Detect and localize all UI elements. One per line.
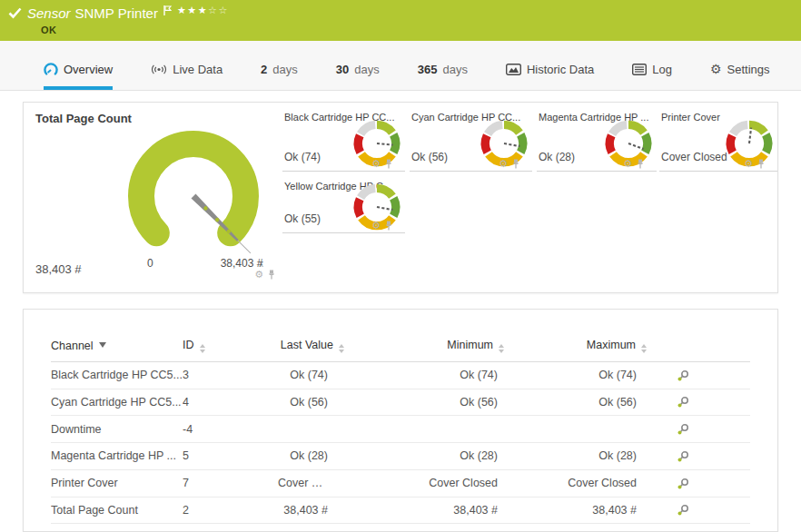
channel-last-value: 38,403 # [278,497,344,524]
priority-stars[interactable]: ★★★☆☆ [177,5,229,16]
channel-minimum: Ok (56) [344,389,504,416]
column-header-id[interactable]: ID [183,333,278,362]
settings-gear-icon: ⚙ [710,63,722,75]
live-data-icon [151,64,167,75]
channel-last-value: Cover Closed [278,469,344,497]
gauge-tile-magenta-cartridge[interactable]: Magenta Cartridge HP ... Ok (28) ⚙ [537,108,657,172]
pin-icon[interactable] [757,159,765,169]
gauge-icon [44,63,58,76]
sensor-kind-label: Sensor [27,5,71,21]
gauge-settings-gear-icon[interactable]: ⚙ [254,270,263,280]
column-header-minimum[interactable]: Minimum [344,333,504,362]
tab-number: 30 [336,63,349,76]
pin-icon[interactable] [637,159,644,169]
channel-maximum: Ok (74) [504,362,647,389]
channel-minimum: Ok (74) [344,362,504,389]
pin-icon[interactable] [512,159,519,169]
edit-channel-icon[interactable] [677,423,689,436]
edit-channel-icon[interactable] [677,396,689,409]
pin-icon[interactable] [385,159,392,169]
table-row[interactable]: Cyan Cartridge HP CC5... 4 Ok (56) Ok (5… [51,389,750,416]
gauge-current-value: 38,403 # [35,262,82,276]
gauge-tile-yellow-cartridge[interactable]: Yellow Cartridge HP C... Ok (55) ⚙ [282,177,405,233]
gauge-value: Cover Closed [661,151,727,163]
gauge-needle [628,143,644,149]
channel-name[interactable]: Magenta Cartridge HP ... [51,443,183,470]
gauge-scale-min: 0 [147,257,153,270]
tab-historic-data[interactable]: Historic Data [506,41,594,90]
channel-minimum: 38,403 # [344,497,504,524]
table-row[interactable]: Total Page Count 2 38,403 # 38,403 # 38,… [51,497,750,524]
channel-minimum: Cover Closed [344,469,504,497]
tab-bar: Overview Live Data 2 days 30 days 365 da… [0,41,801,91]
stars-filled: ★★★ [177,5,208,15]
sort-icon [200,344,205,353]
gauge-needle [377,143,393,145]
channel-last-value [278,416,344,443]
gauges-panel: Total Page Count x 0 38,403 # 38,403 # ⚙… [23,102,778,293]
pin-icon[interactable] [268,270,275,280]
channel-minimum: Ok (28) [344,443,504,470]
gauge-tile-cyan-cartridge[interactable]: Cyan Cartridge HP CC... Ok (56) ⚙ [410,108,532,172]
gauge-tile-black-cartridge[interactable]: Black Cartridge HP CC... Ok (74) ⚙ [282,108,405,172]
column-header-maximum[interactable]: Maximum [504,333,647,362]
gauge-value: Ok (55) [284,212,321,225]
table-row[interactable]: Printer Cover 7 Cover Closed Cover Close… [51,469,750,497]
total-page-count-tile[interactable]: Total Page Count x 0 38,403 # 38,403 # ⚙ [24,103,282,292]
channel-id: 6 [183,524,278,532]
ok-check-icon [8,7,22,19]
gauge-tile-printer-cover[interactable]: Printer Cover Cover Closed ⚙ [659,108,777,172]
column-header-channel[interactable]: Channel [51,333,183,362]
historic-data-icon [506,64,521,75]
edit-channel-icon[interactable] [677,478,689,490]
channel-maximum: Ok (55) [504,524,647,532]
column-label: ID [183,339,194,351]
channel-name[interactable]: Downtime [51,416,183,443]
channels-panel: Channel ID Last Value Minimum Maximum Bl… [23,309,778,532]
channel-name[interactable]: Yellow Cartridge HP CC... [51,524,183,532]
channel-name[interactable]: Cyan Cartridge HP CC5... [51,389,183,416]
gauge-settings-gear-icon[interactable]: ⚙ [623,159,632,169]
tab-label: Live Data [173,63,222,76]
gauge-settings-gear-icon[interactable]: ⚙ [744,159,753,169]
pin-icon[interactable] [385,221,392,231]
tab-30-days[interactable]: 30 days [336,41,380,90]
tab-live-data[interactable]: Live Data [151,41,222,90]
channel-maximum: Ok (28) [504,443,647,470]
table-row[interactable]: Magenta Cartridge HP ... 5 Ok (28) Ok (2… [51,443,750,470]
channel-name[interactable]: Black Cartridge HP CC5... [51,362,183,389]
gauge-settings-gear-icon[interactable]: ⚙ [499,159,508,169]
tab-label: Log [652,63,672,76]
tab-365-days[interactable]: 365 days [418,41,468,90]
tab-log[interactable]: Log [632,41,672,90]
sensor-title: SNMP Printer [75,5,158,21]
tab-label: days [272,63,297,76]
column-label: Maximum [587,339,636,351]
edit-channel-icon[interactable] [677,450,689,463]
stars-empty: ☆☆ [208,5,229,15]
channel-name[interactable]: Printer Cover [51,469,183,497]
flag-icon[interactable] [163,5,172,15]
edit-channel-icon[interactable] [677,504,689,517]
gauge-scale-max: 38,403 # [210,257,273,270]
column-header-last-value[interactable]: Last Value [278,333,344,362]
tab-label: Settings [727,63,770,76]
channel-id: 5 [183,443,278,470]
channel-last-value: Ok (28) [278,443,344,470]
tab-label: days [354,63,379,76]
column-label: Channel [51,340,94,352]
table-row[interactable]: Yellow Cartridge HP CC... 6 Ok (55) Ok (… [51,524,750,532]
tab-2-days[interactable]: 2 days [261,41,298,90]
tab-settings[interactable]: ⚙ Settings [710,41,770,90]
table-row[interactable]: Black Cartridge HP CC5... 3 Ok (74) Ok (… [51,362,750,389]
channel-name[interactable]: Total Page Count [51,497,183,524]
gauge-needle [504,143,519,146]
channel-minimum: Ok (55) [344,524,504,532]
gauge-settings-gear-icon[interactable]: ⚙ [371,159,381,169]
sort-icon [499,344,504,353]
table-row[interactable]: Downtime -4 [51,416,750,443]
gauge-settings-gear-icon[interactable]: ⚙ [371,221,381,231]
edit-channel-icon[interactable] [677,369,689,382]
tab-overview[interactable]: Overview [44,41,113,90]
channel-maximum: Ok (56) [504,389,647,416]
